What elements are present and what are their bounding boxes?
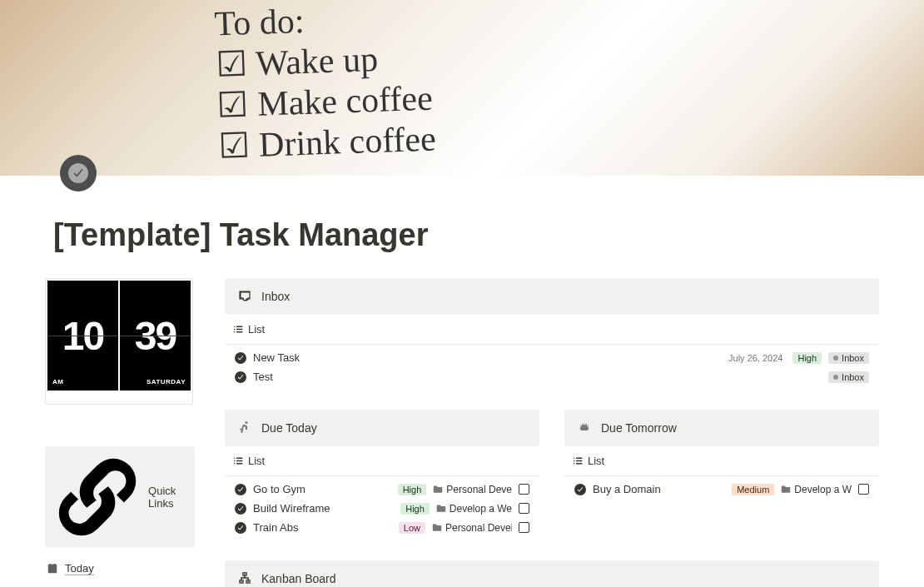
task-row[interactable]: New TaskJuly 26, 2024HighInbox <box>225 348 879 367</box>
sitemap-icon <box>238 572 251 585</box>
task-title: Buy a Domain <box>593 483 661 495</box>
task-checkbox[interactable] <box>519 503 529 514</box>
link-icon <box>55 455 140 540</box>
folder-icon <box>436 504 446 514</box>
clock-minute: 39 <box>135 313 176 359</box>
task-row[interactable]: Buy a DomainMediumDevelop a W <box>564 480 879 499</box>
page-icon[interactable] <box>60 155 97 192</box>
inbox-view-list[interactable]: List <box>233 321 265 337</box>
task-status-icon <box>235 352 246 364</box>
task-project: Develop a We <box>436 503 512 515</box>
inbox-icon <box>238 290 251 303</box>
bucket-tag: Inbox <box>828 352 869 364</box>
inbox-header[interactable]: Inbox <box>225 278 879 315</box>
folder-icon <box>433 485 443 495</box>
inbox-view-tabs: List <box>225 315 879 345</box>
priority-tag: High <box>398 484 427 495</box>
priority-tag: High <box>400 503 430 515</box>
quick-links-title: Quick Links <box>148 485 185 510</box>
priority-tag: Medium <box>732 484 774 495</box>
list-icon <box>233 455 244 466</box>
cover-image <box>0 0 924 176</box>
task-date: July 26, 2024 <box>728 353 782 363</box>
list-icon <box>573 455 584 466</box>
due-tomorrow-task-list: Buy a DomainMediumDevelop a W <box>564 476 879 510</box>
task-checkbox[interactable] <box>858 484 869 495</box>
bucket-tag: Inbox <box>828 371 869 383</box>
clock-day: SATURDAY <box>147 378 186 386</box>
task-title: New Task <box>253 351 300 364</box>
quick-links-header: Quick Links <box>45 446 195 548</box>
page-title: [Template] Task Manager <box>53 217 924 253</box>
task-title: Test <box>253 371 273 383</box>
clock-widget: 10 AM 39 SATURDAY <box>45 278 193 405</box>
task-status-icon <box>235 371 246 383</box>
task-row[interactable]: Train AbsLowPersonal Devel <box>225 518 539 537</box>
task-title: Build Wireframe <box>253 502 330 515</box>
due-tomorrow-title: Due Tomorrow <box>601 421 677 435</box>
task-row[interactable]: TestInbox <box>225 367 879 386</box>
due-today-header[interactable]: Due Today <box>225 410 539 446</box>
task-project: Personal Deve <box>433 484 512 495</box>
task-title: Train Abs <box>253 521 298 534</box>
palm-icon <box>578 421 591 435</box>
inbox-task-list: New TaskJuly 26, 2024HighInboxTestInbox <box>225 345 879 398</box>
running-icon <box>238 421 251 435</box>
clock-ampm: AM <box>52 378 63 386</box>
quick-link-today[interactable]: Today <box>45 558 195 580</box>
task-status-icon <box>235 522 246 534</box>
task-row[interactable]: Build WireframeHighDevelop a We <box>225 499 539 518</box>
kanban-header[interactable]: Kanban Board <box>225 560 879 587</box>
task-status-icon <box>235 503 246 515</box>
due-today-view-list[interactable]: List <box>233 453 265 469</box>
calendar-day-icon <box>47 563 58 575</box>
task-checkbox[interactable] <box>519 484 529 495</box>
priority-tag: High <box>792 352 822 364</box>
clock-hour: 10 <box>62 313 103 359</box>
task-status-icon <box>574 484 586 495</box>
kanban-title: Kanban Board <box>261 572 336 585</box>
folder-icon <box>781 485 791 495</box>
due-today-task-list: Go to GymHighPersonal DeveBuild Wirefram… <box>225 476 539 549</box>
task-checkbox[interactable] <box>519 522 529 533</box>
task-status-icon <box>235 484 246 495</box>
due-tomorrow-view-list[interactable]: List <box>573 453 604 469</box>
due-today-title: Due Today <box>261 421 317 435</box>
due-tomorrow-header[interactable]: Due Tomorrow <box>564 410 879 446</box>
task-project: Personal Devel <box>432 522 512 534</box>
task-project: Develop a W <box>781 484 852 495</box>
list-icon <box>233 324 244 335</box>
folder-icon <box>432 523 442 533</box>
task-row[interactable]: Go to GymHighPersonal Deve <box>225 480 539 499</box>
task-title: Go to Gym <box>253 483 306 495</box>
priority-tag: Low <box>399 522 425 534</box>
inbox-title: Inbox <box>261 290 290 303</box>
